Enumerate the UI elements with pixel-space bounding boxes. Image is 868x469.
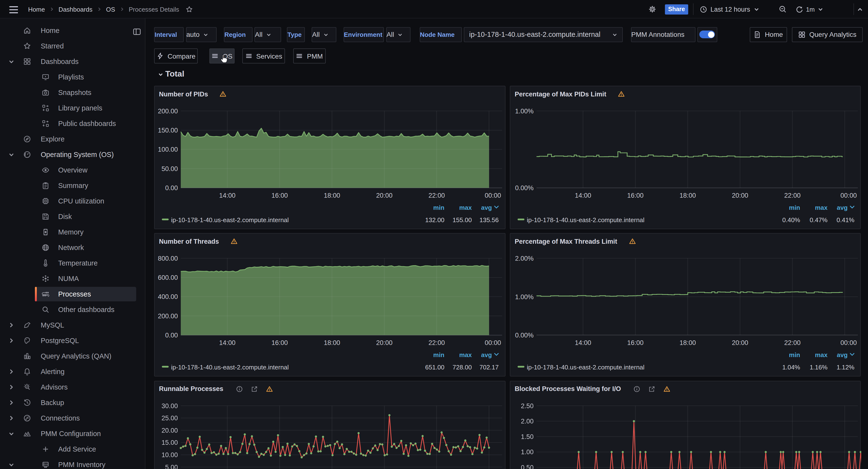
svg-text:100.00: 100.00	[158, 146, 178, 153]
svg-text:0.00: 0.00	[165, 332, 178, 339]
svg-text:18:00: 18:00	[324, 339, 340, 346]
svg-text:0.00%: 0.00%	[515, 332, 534, 339]
svg-text:00:00: 00:00	[840, 192, 857, 199]
svg-text:max: max	[815, 204, 828, 211]
svg-text:10.00: 10.00	[161, 451, 178, 458]
svg-text:ip-10-178-1-40.us-east-2.compu: ip-10-178-1-40.us-east-2.compute.interna…	[527, 216, 645, 224]
svg-text:200.00: 200.00	[158, 313, 178, 320]
svg-text:2.00%: 2.00%	[515, 255, 534, 262]
svg-text:14:00: 14:00	[219, 339, 236, 346]
svg-text:0.41%: 0.41%	[837, 216, 855, 224]
svg-text:0.50: 0.50	[521, 464, 534, 469]
svg-text:1.50: 1.50	[521, 433, 534, 440]
svg-text:25.00: 25.00	[161, 414, 178, 421]
svg-text:min: min	[433, 204, 444, 211]
svg-text:728.00: 728.00	[453, 364, 472, 371]
svg-text:400.00: 400.00	[158, 293, 178, 301]
svg-text:max: max	[815, 351, 828, 358]
svg-text:150.00: 150.00	[158, 127, 178, 134]
svg-text:14:00: 14:00	[575, 192, 591, 199]
svg-text:18:00: 18:00	[324, 192, 340, 199]
svg-text:20:00: 20:00	[376, 339, 393, 346]
svg-text:18:00: 18:00	[680, 192, 696, 199]
svg-text:15.00: 15.00	[161, 439, 178, 446]
svg-text:50.00: 50.00	[161, 165, 178, 173]
svg-text:20.00: 20.00	[161, 427, 178, 434]
svg-text:132.00: 132.00	[425, 216, 444, 224]
svg-text:155.00: 155.00	[453, 216, 472, 224]
svg-text:200.00: 200.00	[158, 107, 178, 115]
svg-text:16:00: 16:00	[271, 192, 288, 199]
svg-text:min: min	[789, 351, 800, 358]
svg-text:22:00: 22:00	[784, 192, 801, 199]
svg-text:avg: avg	[481, 204, 492, 211]
svg-text:1.00%: 1.00%	[515, 293, 534, 301]
svg-text:ip-10-178-1-40.us-east-2.compu: ip-10-178-1-40.us-east-2.compute.interna…	[527, 364, 645, 371]
svg-text:00:00: 00:00	[840, 339, 857, 346]
svg-text:1.04%: 1.04%	[782, 364, 800, 371]
svg-text:22:00: 22:00	[428, 192, 445, 199]
svg-text:avg: avg	[481, 351, 492, 358]
svg-text:avg: avg	[837, 351, 848, 358]
svg-text:14:00: 14:00	[575, 339, 591, 346]
svg-text:20:00: 20:00	[376, 192, 393, 199]
svg-text:max: max	[459, 204, 472, 211]
svg-text:00:00: 00:00	[485, 192, 501, 199]
svg-text:ip-10-178-1-40.us-east-2.compu: ip-10-178-1-40.us-east-2.compute.interna…	[171, 216, 289, 224]
svg-text:0.47%: 0.47%	[810, 216, 828, 224]
svg-text:600.00: 600.00	[158, 274, 178, 281]
svg-text:18:00: 18:00	[680, 339, 696, 346]
svg-text:2.50: 2.50	[521, 402, 534, 409]
svg-text:ip-10-178-1-40.us-east-2.compu: ip-10-178-1-40.us-east-2.compute.interna…	[171, 364, 289, 371]
svg-text:0.40%: 0.40%	[782, 216, 800, 224]
svg-text:20:00: 20:00	[732, 192, 748, 199]
svg-text:min: min	[433, 351, 444, 358]
svg-text:22:00: 22:00	[428, 339, 445, 346]
svg-text:0.00%: 0.00%	[515, 184, 534, 192]
svg-text:16:00: 16:00	[627, 339, 644, 346]
svg-text:1.00: 1.00	[521, 448, 534, 456]
svg-text:1.12%: 1.12%	[837, 364, 855, 371]
svg-text:702.17: 702.17	[479, 364, 499, 371]
svg-text:16:00: 16:00	[627, 192, 644, 199]
svg-text:0.00: 0.00	[165, 184, 178, 192]
svg-text:1.00%: 1.00%	[515, 107, 534, 115]
svg-text:16:00: 16:00	[271, 339, 288, 346]
svg-text:5.00: 5.00	[165, 463, 178, 469]
svg-text:max: max	[459, 351, 472, 358]
svg-text:135.56: 135.56	[479, 216, 499, 224]
svg-text:651.00: 651.00	[425, 364, 444, 371]
svg-text:avg: avg	[837, 204, 848, 211]
svg-text:30.00: 30.00	[161, 402, 178, 409]
svg-text:min: min	[789, 204, 800, 211]
svg-text:14:00: 14:00	[219, 192, 236, 199]
svg-text:800.00: 800.00	[158, 255, 178, 262]
svg-text:2.00: 2.00	[521, 417, 534, 425]
svg-text:20:00: 20:00	[732, 339, 748, 346]
svg-text:00:00: 00:00	[485, 339, 501, 346]
svg-text:1.16%: 1.16%	[810, 364, 828, 371]
svg-text:22:00: 22:00	[784, 339, 801, 346]
